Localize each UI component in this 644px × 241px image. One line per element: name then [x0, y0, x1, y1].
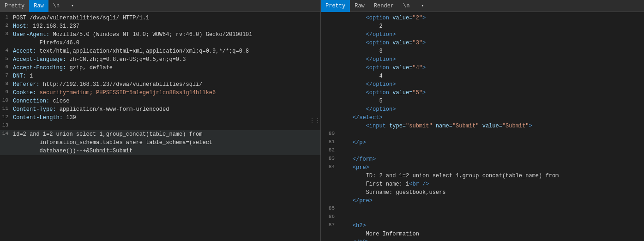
table-row: <option value="2"> — [321, 14, 644, 22]
line-number: 4 — [0, 47, 13, 53]
line-content: </option> — [339, 105, 641, 114]
line-number — [321, 55, 339, 56]
table-row: </pre> — [321, 197, 644, 205]
left-tab-newline[interactable]: \n — [48, 0, 64, 12]
line-content: Host: 192.168.31.237 — [13, 22, 318, 30]
line-number — [321, 80, 339, 81]
table-row: More Information — [321, 230, 644, 238]
line-number — [321, 188, 339, 189]
line-number — [321, 64, 339, 64]
left-code-area[interactable]: 1POST /dvwa/vulnerabilities/sqli/ HTTP/1… — [0, 12, 320, 241]
right-code-area[interactable]: <option value="2"> 2 </option> <option v… — [321, 12, 644, 241]
line-content: id=2 and 1=2 union select 1,group_concat… — [13, 130, 318, 155]
line-number: 14 — [0, 130, 13, 136]
line-number — [321, 47, 339, 48]
table-row: 10Connection: close — [0, 97, 320, 105]
table-row: </option> — [321, 80, 644, 89]
line-content: 2 — [339, 22, 641, 30]
right-tab-raw[interactable]: Raw — [350, 0, 369, 12]
line-number: 8 — [0, 80, 13, 86]
line-content: Accept-Encoding: gzip, deflate — [13, 64, 318, 72]
table-row: 4Accept: text/html,application/xhtml+xml… — [0, 47, 320, 55]
line-content: 5 — [339, 97, 641, 105]
line-number — [321, 238, 339, 239]
right-tab-render[interactable]: Render — [369, 0, 398, 12]
table-row: 6Accept-Encoding: gzip, deflate — [0, 64, 320, 72]
line-number: 84 — [321, 163, 339, 169]
line-content: <pre> — [339, 163, 641, 172]
line-content: 3 — [339, 47, 641, 55]
line-number: 9 — [0, 89, 13, 95]
line-number: 83 — [321, 155, 339, 161]
table-row: 86 — [321, 213, 644, 222]
line-content: ID: 2 and 1=2 union select 1,group_conca… — [339, 172, 641, 180]
table-row: </select> — [321, 114, 644, 122]
drag-handle-icon: ⋮⋮ — [309, 117, 320, 125]
right-tab-newline[interactable]: \n — [398, 0, 414, 12]
table-row: 4 — [321, 72, 644, 80]
line-content: User-Agent: Mozilla/5.0 (Windows NT 10.0… — [13, 30, 318, 47]
left-actions-button[interactable]: ▾ — [64, 0, 78, 12]
line-number — [321, 172, 339, 172]
right-actions-button[interactable]: ▾ — [414, 0, 428, 12]
line-number: 7 — [0, 72, 13, 78]
line-content: Surname: guestbook,users — [339, 188, 641, 197]
line-content: Cookie: security=medium; PHPSESSID=5mleg… — [13, 89, 318, 97]
line-number: 10 — [0, 97, 13, 103]
line-number — [321, 180, 339, 181]
line-content: </p> — [339, 139, 641, 147]
line-content: </pre> — [339, 197, 641, 205]
table-row: 82 — [321, 147, 644, 155]
line-number — [321, 105, 339, 106]
line-content: First name: 1<br /> — [339, 180, 641, 188]
line-content: </select> — [339, 114, 641, 122]
table-row: 2 — [321, 22, 644, 30]
table-row: </option> — [321, 105, 644, 114]
line-number: 2 — [0, 22, 13, 28]
line-content: </form> — [339, 155, 641, 163]
table-row: 8Referer: http://192.168.31.237/dvwa/vul… — [0, 80, 320, 89]
line-content: <input type="submit" name="Submit" value… — [339, 122, 641, 130]
line-number: 11 — [0, 105, 13, 111]
line-content: Referer: http://192.168.31.237/dvwa/vuln… — [13, 80, 318, 89]
line-number — [321, 30, 339, 31]
left-tab-raw[interactable]: Raw — [29, 0, 48, 12]
line-content: Content-Type: application/x-www-form-url… — [13, 105, 318, 114]
line-number — [321, 114, 339, 114]
table-row: 14id=2 and 1=2 union select 1,group_conc… — [0, 130, 320, 155]
table-row: First name: 1<br /> — [321, 180, 644, 188]
line-number — [321, 97, 339, 97]
line-number: 13 — [0, 122, 13, 128]
line-number — [321, 39, 339, 39]
table-row: <option value="4"> — [321, 64, 644, 72]
table-row: ID: 2 and 1=2 union select 1,group_conca… — [321, 172, 644, 180]
right-tab-pretty[interactable]: Pretty — [321, 0, 350, 12]
panel-resize-handle[interactable]: ⋮⋮ — [318, 0, 320, 241]
line-number: 1 — [0, 14, 13, 20]
table-row: 3 — [321, 47, 644, 55]
table-row: 2Host: 192.168.31.237 — [0, 22, 320, 30]
line-number: 3 — [0, 30, 13, 36]
line-content: </h2> — [339, 238, 641, 241]
table-row: 7DNT: 1 — [0, 72, 320, 80]
line-content: <option value="2"> — [339, 14, 641, 22]
left-actions-chevron-icon: ▾ — [71, 3, 73, 8]
left-panel: Pretty Raw \n ▾ 1POST /dvwa/vulnerabilit… — [0, 0, 321, 241]
line-content: More Information — [339, 230, 641, 238]
table-row: 80 — [321, 130, 644, 139]
table-row: 9Cookie: security=medium; PHPSESSID=5mle… — [0, 89, 320, 97]
table-row: 5 — [321, 97, 644, 105]
table-row: <option value="5"> — [321, 89, 644, 97]
right-toolbar: Pretty Raw Render \n ▾ — [321, 0, 644, 12]
line-number: 6 — [0, 64, 13, 70]
line-number: 86 — [321, 213, 339, 219]
line-number — [321, 22, 339, 23]
table-row: </option> — [321, 30, 644, 39]
table-row: </option> — [321, 55, 644, 64]
line-content: POST /dvwa/vulnerabilities/sqli/ HTTP/1.… — [13, 14, 318, 22]
left-tab-pretty[interactable]: Pretty — [0, 0, 29, 12]
line-number — [321, 197, 339, 197]
line-number — [321, 230, 339, 230]
right-actions-chevron-icon: ▾ — [421, 3, 423, 8]
table-row: 81 </p> — [321, 139, 644, 147]
